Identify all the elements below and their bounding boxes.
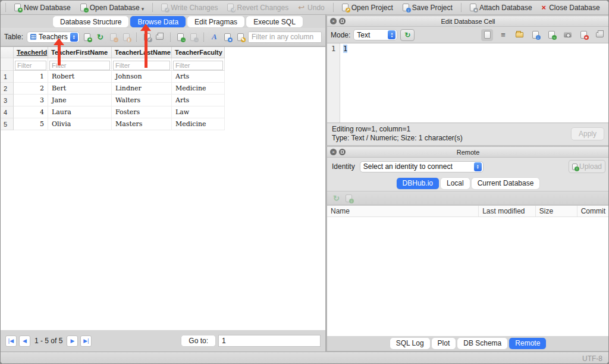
tab-plot[interactable]: Plot [432, 338, 456, 349]
close-database-button[interactable]: × Close Database [538, 2, 604, 13]
column-header-last-modified[interactable]: Last modified [479, 206, 536, 216]
goto-input[interactable] [218, 335, 321, 347]
cell-teacherfaculty[interactable]: Medicine [172, 118, 225, 130]
cell-teacherfaculty[interactable]: Medicine [172, 83, 225, 95]
first-record-button[interactable]: |◀ [5, 335, 17, 347]
cell-teacherid[interactable]: 2 [14, 83, 48, 95]
tab-db-schema[interactable]: DB Schema [457, 338, 507, 349]
column-header-teacherlastname[interactable]: TeacherLastName [112, 47, 172, 58]
auto-detect-button[interactable]: ↻ [400, 29, 415, 41]
cell-teacherfirstname[interactable]: Jane [48, 95, 112, 106]
column-header-teacherfaculty[interactable]: TeacherFaculty [172, 47, 225, 58]
identity-row: Identity Select an identity to connect ▲… [327, 158, 609, 175]
export-button[interactable]: → [175, 31, 186, 43]
undo-button[interactable]: ↩ Undo [294, 2, 328, 13]
close-panel-icon[interactable]: × [330, 149, 337, 155]
print-button[interactable] [155, 31, 165, 43]
cell-editor[interactable]: 1 1 [327, 43, 609, 123]
previous-record-button[interactable]: ◀ [19, 335, 30, 347]
float-panel-icon[interactable] [339, 18, 346, 24]
image-mode-button[interactable]: ● [222, 31, 233, 43]
cell-teacherid[interactable]: 3 [14, 95, 48, 106]
cell-teacherlastname[interactable]: Lindner [112, 83, 172, 95]
float-panel-icon[interactable] [339, 149, 346, 155]
edit-database-cell-panel: × Edit Database Cell Mode: Text ▲▼ ↻ ≡ ↓… [327, 15, 609, 146]
filter-input-teacherid[interactable] [15, 61, 46, 70]
filter-input-teacherlastname[interactable] [113, 61, 170, 70]
cell-teacherfaculty[interactable]: Arts [172, 71, 225, 83]
next-record-button[interactable]: ▶ [67, 335, 78, 347]
cell-teacherfirstname[interactable]: Olivia [48, 118, 112, 130]
save-project-button[interactable]: ↓ Save Project [399, 2, 456, 13]
remote-source-tabs: DBHub.io Local Current Database [327, 175, 609, 191]
revert-changes-button[interactable]: ↺ Revert Changes [224, 2, 292, 13]
editor-content[interactable]: 1 [340, 43, 609, 123]
tab-local[interactable]: Local [441, 178, 470, 189]
column-header-teacherid[interactable]: TeacherId [14, 47, 48, 58]
table-row[interactable]: 3 3 Jane Walters Arts [1, 95, 325, 106]
clone-database-icon[interactable]: ↓ [346, 194, 352, 202]
cell-teacherlastname[interactable]: Walters [112, 95, 172, 106]
tab-current-database[interactable]: Current Database [472, 178, 540, 189]
last-record-button[interactable]: ▶| [80, 335, 92, 347]
cell-teacherfirstname[interactable]: Bert [48, 83, 112, 95]
text-mode-icon[interactable] [481, 29, 493, 41]
refresh-remote-icon[interactable]: ↻ [333, 194, 340, 203]
filter-input-teacherfaculty[interactable] [173, 61, 223, 70]
word-wrap-icon[interactable]: ≡ [497, 29, 509, 41]
tab-database-structure[interactable]: Database Structure [53, 16, 128, 27]
open-database-button[interactable]: → Open Database ▾ [77, 2, 148, 13]
table-row[interactable]: 4 4 Laura Fosters Law [1, 106, 325, 118]
goto-button[interactable]: Go to: [181, 335, 216, 347]
tab-dbhub[interactable]: DBHub.io [397, 178, 439, 189]
cell-teacherid[interactable]: 5 [14, 118, 48, 130]
table-row[interactable]: 1 1 Robert Johnson Arts [1, 71, 325, 83]
identity-dropdown[interactable]: Select an identity to connect ▲▼ [360, 161, 484, 172]
refresh-button[interactable]: ↻ [95, 31, 106, 43]
table-row[interactable]: 2 2 Bert Lindner Medicine [1, 83, 325, 95]
screenshot-icon[interactable] [561, 29, 573, 41]
tab-execute-sql[interactable]: Execute SQL [246, 16, 303, 27]
cell-teacherlastname[interactable]: Fosters [112, 106, 172, 118]
cell-teacherfirstname[interactable]: Laura [48, 106, 112, 118]
cell-teacherid[interactable]: 4 [14, 106, 48, 118]
cell-teacherlastname[interactable]: Masters [112, 118, 172, 130]
duplicate-record-button[interactable]: ▮ [121, 31, 131, 43]
delete-record-button[interactable]: – [108, 31, 118, 43]
remote-file-list[interactable] [327, 217, 609, 336]
tab-browse-data[interactable]: Browse Data [130, 16, 186, 27]
tab-sql-log[interactable]: SQL Log [390, 338, 430, 349]
column-header-name[interactable]: Name [327, 206, 479, 216]
print-cell-icon[interactable] [594, 29, 605, 41]
cell-teacherfaculty[interactable]: Arts [172, 95, 225, 106]
set-null-icon[interactable]: ● [577, 29, 589, 41]
open-project-button[interactable]: ↗ Open Project [338, 2, 397, 13]
new-record-button[interactable]: + [82, 31, 93, 43]
revert-changes-icon: ↺ [227, 4, 234, 11]
import-button[interactable]: → [189, 31, 199, 43]
mode-value: Text [357, 31, 385, 39]
tab-remote[interactable]: Remote [509, 338, 546, 349]
font-button[interactable]: A [209, 31, 219, 43]
apply-button[interactable]: Apply [571, 127, 604, 140]
column-header-size[interactable]: Size [536, 206, 577, 216]
write-changes-button[interactable]: ✓ Write Changes [158, 2, 221, 13]
cell-teacherfaculty[interactable]: Law [172, 106, 225, 118]
table-row[interactable]: 5 5 Olivia Masters Medicine [1, 118, 325, 130]
attach-database-button[interactable]: ● Attach Database [466, 2, 536, 13]
upload-button[interactable]: ↑ Upload [569, 160, 605, 173]
filter-any-column-input[interactable] [248, 32, 322, 43]
mode-dropdown[interactable]: Text ▲▼ [353, 29, 397, 40]
cell-teacherlastname[interactable]: Johnson [112, 71, 172, 83]
cell-teacherid[interactable]: 1 [14, 71, 48, 83]
tab-edit-pragmas[interactable]: Edit Pragmas [187, 16, 244, 27]
close-panel-icon[interactable]: × [330, 18, 337, 24]
import-file-icon[interactable] [513, 29, 525, 41]
export-file-icon[interactable]: ↓ [529, 29, 541, 41]
cell-teacherfirstname[interactable]: Robert [48, 71, 112, 83]
selected-text: 1 [343, 45, 347, 53]
edit-cell-button[interactable]: ✎ [235, 31, 246, 43]
column-header-commit[interactable]: Commit [577, 206, 609, 216]
new-database-button[interactable]: + New Database [11, 2, 74, 13]
apply-data-icon[interactable]: → [545, 29, 557, 41]
